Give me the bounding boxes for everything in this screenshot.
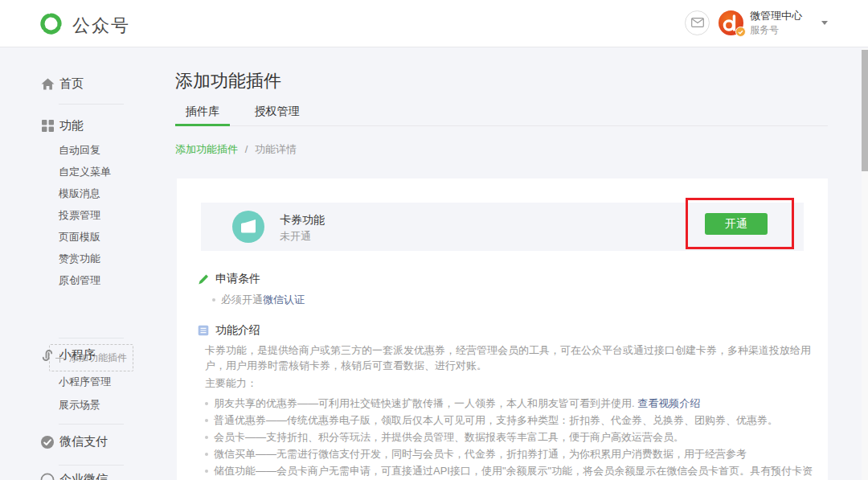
avatar[interactable] xyxy=(719,10,743,35)
messages-button[interactable] xyxy=(685,10,710,35)
bullet-dot xyxy=(205,402,208,405)
tabs: 插件库 授权管理 xyxy=(175,102,828,126)
capability-text: 普通优惠券——传统优惠券电子版，领取后仅本人可见可用，支持多种类型：折扣券、代金… xyxy=(214,414,778,426)
sidebar-item-auto-reply[interactable]: 自动回复 xyxy=(59,139,111,161)
sidebar-item-label: 企业微信 xyxy=(59,472,108,480)
divider xyxy=(59,104,124,105)
list-item: 会员卡——支持折扣、积分等玩法，并提供会员管理、数据报表等丰富工具，便于商户高效… xyxy=(205,429,821,445)
sidebar-item-page-template[interactable]: 页面模版 xyxy=(59,226,111,248)
sidebar-item-reward-function[interactable]: 赞赏功能 xyxy=(59,248,111,269)
miniprogram-submenu: 小程序管理 展示场景 xyxy=(59,370,111,416)
section-title: 功能介绍 xyxy=(215,323,260,338)
sidebar-item-miniprogram-management[interactable]: 小程序管理 xyxy=(59,370,111,393)
home-icon xyxy=(40,78,55,90)
wechat-verification-link[interactable]: 微信认证 xyxy=(263,293,305,306)
sidebar-item-label: 小程序 xyxy=(59,347,96,363)
sidebar-item-home[interactable]: 首页 xyxy=(40,76,84,92)
feature-intro-section: 功能介绍 卡券功能，是提供给商户或第三方的一套派发优惠券，经营管理会员的工具，可… xyxy=(198,323,826,480)
scrollbar xyxy=(862,48,868,480)
chevron-down-icon[interactable] xyxy=(821,21,828,25)
sidebar-item-label: 功能 xyxy=(59,118,84,133)
feature-description: 卡券功能，是提供给商户或第三方的一套派发优惠券，经营管理会员的工具，可在公众平台… xyxy=(205,343,821,373)
breadcrumb-current: 功能详情 xyxy=(255,143,297,155)
account-name: 微管理中心 xyxy=(750,10,802,23)
list-item: 储值功能——会员卡商户无需申请，可直接通过API接口，使用"余额展示"功能，将会… xyxy=(205,462,821,480)
list-item: 微信买单——无需进行微信支付开发，同时与会员卡，代金券，折扣券打通，为你积累用户… xyxy=(205,445,821,462)
sidebar-item-template-message[interactable]: 模版消息 xyxy=(59,183,111,204)
sidebar-item-wechat-pay[interactable]: 微信支付 xyxy=(40,434,108,449)
sidebar-item-label: 微信支付 xyxy=(59,434,108,449)
capabilities-list: 朋友共享的优惠券——可利用社交链快速扩散传播，一人领券，本人和朋友皆可看到并使用… xyxy=(205,395,821,480)
wechat-mp-logo-icon xyxy=(38,10,64,40)
brand-title: 公众号 xyxy=(72,14,130,38)
screen: 公众号 xyxy=(0,0,868,480)
bullet-dot xyxy=(205,453,208,456)
capabilities-label: 主要能力： xyxy=(205,375,826,391)
annotation-highlight-box xyxy=(686,198,794,249)
sidebar-item-vote-management[interactable]: 投票管理 xyxy=(59,204,111,226)
wechat-pay-icon xyxy=(40,435,55,449)
sidebar-item-custom-menu[interactable]: 自定义菜单 xyxy=(59,161,111,183)
section-title: 申请条件 xyxy=(215,272,260,286)
sidebar-item-miniprogram[interactable]: 小程序 xyxy=(40,347,96,363)
bullet-dot xyxy=(205,436,208,439)
document-list-icon xyxy=(198,325,209,336)
miniprogram-icon xyxy=(40,348,55,363)
divider xyxy=(59,338,124,338)
page-title: 添加功能插件 xyxy=(175,69,281,93)
capability-text: 微信买单——无需进行微信支付开发，同时与会员卡，代金券，折扣券打通，为你积累用户… xyxy=(214,448,747,460)
tab-authorization-management[interactable]: 授权管理 xyxy=(244,102,309,126)
capability-text: 朋友共享的优惠券——可利用社交链快速扩散传播，一人领券，本人和朋友皆可看到并使用… xyxy=(214,397,637,409)
sidebar-item-enterprise-wechat[interactable]: 企业微信 xyxy=(40,472,108,480)
top-header: 公众号 xyxy=(0,0,868,47)
function-submenu: 自动回复 自定义菜单 模版消息 投票管理 页面模版 赞赏功能 原创管理 xyxy=(59,139,111,291)
feature-name: 卡券功能 xyxy=(280,213,325,228)
list-item: 朋友共享的优惠券——可利用社交链快速扩散传播，一人领券，本人和朋友皆可看到并使用… xyxy=(205,395,821,412)
condition-text: 必须开通 xyxy=(221,293,263,306)
header-right: 微管理中心 服务号 xyxy=(685,10,828,36)
sidebar-item-label: 首页 xyxy=(59,76,84,92)
breadcrumb: 添加功能插件 / 功能详情 xyxy=(175,142,297,157)
account-type: 服务号 xyxy=(750,25,802,36)
sidebar-item-function[interactable]: 功能 xyxy=(40,118,84,133)
sidebar: 首页 功能 自动回复 自定义菜单 模版消息 投票管理 页面模版 赞赏功能 原创管… xyxy=(0,48,165,480)
brand[interactable]: 公众号 xyxy=(38,10,130,40)
video-intro-link[interactable]: 查看视频介绍 xyxy=(637,397,700,409)
enterprise-wechat-icon xyxy=(40,473,55,480)
apply-conditions-section: 申请条件 必须开通微信认证 xyxy=(198,272,305,307)
grid-icon xyxy=(40,120,55,132)
divider xyxy=(59,465,124,466)
apply-conditions-heading: 申请条件 xyxy=(198,272,305,286)
sidebar-item-original-management[interactable]: 原创管理 xyxy=(59,269,111,291)
bullet-dot xyxy=(212,298,215,302)
scrollbar-thumb[interactable] xyxy=(862,50,868,171)
breadcrumb-parent-link[interactable]: 添加功能插件 xyxy=(175,143,238,155)
bullet-dot xyxy=(205,470,208,473)
feature-intro-heading: 功能介绍 xyxy=(198,323,826,338)
apply-condition-item: 必须开通微信认证 xyxy=(212,293,305,307)
bullet-dot xyxy=(205,419,208,422)
verified-badge-icon xyxy=(735,27,746,37)
envelope-icon xyxy=(691,16,704,31)
sidebar-item-display-scene[interactable]: 展示场景 xyxy=(59,393,111,416)
feature-status: 未开通 xyxy=(280,229,311,244)
list-item: 普通优惠券——传统优惠券电子版，领取后仅本人可见可用，支持多种类型：折扣券、代金… xyxy=(205,412,821,429)
capability-text: 储值功能——会员卡商户无需申请，可直接通过API接口，使用"余额展示"功能，将会… xyxy=(205,465,813,480)
breadcrumb-separator: / xyxy=(245,143,248,155)
pen-icon xyxy=(198,273,209,285)
capability-text: 会员卡——支持折扣、积分等玩法，并提供会员管理、数据报表等丰富工具，便于商户高效… xyxy=(214,431,684,443)
divider xyxy=(59,424,124,425)
tab-plugin-library[interactable]: 插件库 xyxy=(175,102,230,126)
account-info: 微管理中心 服务号 xyxy=(750,10,802,36)
coupon-card-icon xyxy=(232,211,264,246)
